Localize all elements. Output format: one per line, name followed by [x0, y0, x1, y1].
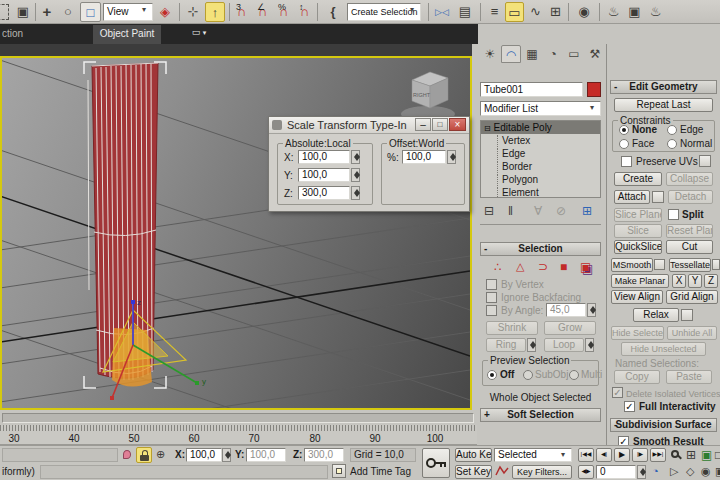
vertex-subobject-icon[interactable]: ∴ [494, 260, 502, 274]
viewcube[interactable]: RIGHT [401, 72, 455, 122]
named-set-arrow-icon[interactable]: ▾ [410, 5, 414, 14]
edge-subobject-icon[interactable]: △ [516, 260, 524, 273]
attach-settings-button[interactable] [652, 191, 664, 203]
modifier-list-arrow-icon[interactable]: ▾ [590, 103, 594, 112]
edit-named-sets-icon[interactable]: { [323, 2, 343, 22]
relax-button[interactable]: Relax [633, 308, 679, 322]
remove-modifier-icon[interactable]: ⊘ [556, 204, 566, 218]
preview-multi-radio[interactable] [569, 370, 579, 380]
play-button[interactable]: ▶ [614, 448, 630, 462]
use-pivot-center-icon[interactable]: ◈ [156, 2, 174, 22]
full-interactivity-checkbox[interactable]: ✓ [624, 401, 635, 412]
attach-button[interactable]: Attach [614, 190, 650, 204]
view-align-button[interactable]: View Align [611, 290, 663, 304]
display-tab-icon[interactable]: ▭ [564, 45, 584, 63]
preserve-uvs-checkbox[interactable] [621, 156, 632, 167]
constraint-none-radio[interactable] [619, 125, 629, 135]
viewport-canvas[interactable]: z y RIGHT [2, 58, 470, 408]
auto-key-button[interactable]: Auto Key [455, 448, 492, 462]
copy-button[interactable]: Copy [614, 370, 660, 384]
dialog-pct-field[interactable]: 100,0 [402, 150, 446, 164]
add-time-tag-label[interactable]: Add Time Tag [350, 466, 411, 478]
grow-button[interactable]: Grow [544, 321, 596, 335]
coord-system-arrow-icon[interactable]: ▾ [142, 5, 146, 14]
stack-item-vertex[interactable]: Vertex [497, 135, 597, 147]
quickslice-button[interactable]: QuickSlice [614, 240, 662, 254]
soft-selection-rollout-header[interactable]: + Soft Selection [480, 408, 601, 422]
by-angle-field[interactable]: 45,0 [546, 303, 586, 317]
planar-y-button[interactable]: Y [688, 274, 702, 288]
by-angle-checkbox[interactable] [486, 305, 497, 316]
select-scale-icon[interactable]: □ [80, 2, 101, 22]
preview-subobj-radio[interactable] [523, 370, 533, 380]
ignore-backfacing-checkbox[interactable] [486, 292, 497, 303]
show-end-result-icon[interactable]: ‖ [508, 204, 513, 218]
align-icon[interactable]: ▤ [456, 2, 474, 22]
object-name-field[interactable]: Tube001 [480, 82, 583, 97]
object-color-swatch[interactable] [587, 82, 601, 97]
constraint-face-radio[interactable] [619, 139, 629, 149]
modify-tab-icon[interactable]: ◠ [501, 45, 521, 63]
utilities-tab-icon[interactable]: ⚒ [585, 45, 605, 63]
current-frame-field[interactable]: 0 [596, 465, 636, 479]
prev-frame-button[interactable]: ◀| [596, 448, 612, 462]
hierarchy-tab-icon[interactable]: ▦ [522, 45, 542, 63]
stack-item-polygon[interactable]: Polygon [497, 174, 597, 186]
rendered-frame-icon[interactable]: ▣ [626, 2, 643, 22]
ring-spinner[interactable] [527, 338, 536, 352]
select-manipulate-icon[interactable]: ⊹ [184, 2, 202, 22]
preserve-uvs-settings-button[interactable] [699, 155, 711, 167]
slice-plane-button[interactable]: Slice Plane [614, 208, 662, 222]
shrink-button[interactable]: Shrink [486, 321, 538, 335]
track-bar[interactable]: 30 40 50 60 70 80 90 100 [0, 425, 477, 445]
selection-collapse-icon[interactable]: - [484, 243, 487, 255]
loop-spinner[interactable] [585, 338, 594, 352]
set-keys-button[interactable] [422, 448, 450, 478]
dialog-minimize-button[interactable]: – [415, 118, 431, 131]
curve-editor-icon[interactable]: ∿ [527, 2, 544, 22]
key-filters-button[interactable]: Key Filters... [512, 465, 572, 479]
paste-button[interactable]: Paste [666, 370, 712, 384]
stack-item-border[interactable]: Border [497, 161, 597, 173]
split-checkbox[interactable] [668, 209, 679, 220]
select-move-icon[interactable]: + [38, 2, 56, 22]
zoom-extents-button[interactable]: ▣ [701, 448, 712, 462]
dialog-maximize-button[interactable]: □ [432, 118, 448, 131]
set-key-button[interactable]: Set Key [455, 465, 492, 479]
tab-selection-partial[interactable]: ction [2, 28, 23, 39]
dialog-x-field[interactable]: 100,0 [298, 150, 350, 164]
viewport-perspective[interactable]: z y RIGHT [0, 56, 472, 410]
render-setup-icon[interactable]: ♨ [604, 2, 623, 22]
zoom-button[interactable] [670, 449, 684, 463]
make-planar-button[interactable]: Make Planar [611, 274, 669, 288]
subdivision-collapse-icon[interactable]: - [614, 419, 617, 431]
selection-rollout-header[interactable]: - Selection [480, 242, 601, 256]
create-tab-icon[interactable]: ☀ [480, 45, 500, 63]
repeat-last-button[interactable]: Repeat Last [614, 98, 713, 112]
configure-modifier-sets-icon[interactable]: ⊞ [582, 204, 592, 218]
keyboard-override-icon[interactable]: ↑ [205, 2, 225, 22]
current-frame-spinner[interactable] [637, 465, 646, 479]
coord-z-field[interactable]: 300,0 [304, 448, 344, 462]
rect-selection-region-icon[interactable] [0, 4, 9, 20]
msmooth-button[interactable]: MSmooth [611, 258, 653, 272]
subdivision-surface-header[interactable]: - Subdivision Surface [610, 418, 717, 432]
unhide-all-button[interactable]: Unhide All [667, 326, 717, 340]
selection-lock-toggle[interactable] [136, 447, 152, 463]
reset-plane-button[interactable]: Reset Plane [666, 224, 713, 238]
slice-button[interactable]: Slice [614, 224, 662, 238]
element-subobject-icon[interactable]: ▣ [580, 260, 591, 274]
field-of-view-button[interactable]: ▷ [670, 465, 678, 478]
dialog-z-spinner[interactable] [351, 186, 360, 200]
by-vertex-checkbox[interactable] [486, 279, 497, 290]
goto-end-button[interactable]: ▶▶| [650, 448, 666, 462]
pin-stack-icon[interactable]: ⊟ [484, 204, 494, 218]
dialog-close-button[interactable]: × [449, 118, 466, 131]
graphite-ribbon-toggle-icon[interactable]: ▭ [505, 2, 524, 22]
by-angle-spinner[interactable] [587, 303, 596, 317]
stack-collapse-icon[interactable]: ⊟ [484, 124, 491, 133]
detach-button[interactable]: Detach [668, 190, 713, 204]
pan-hand-button[interactable]: ◇ [686, 465, 694, 478]
soft-selection-expand-icon[interactable]: + [484, 409, 490, 421]
zoom-all-button[interactable]: ⊞ [686, 448, 696, 462]
